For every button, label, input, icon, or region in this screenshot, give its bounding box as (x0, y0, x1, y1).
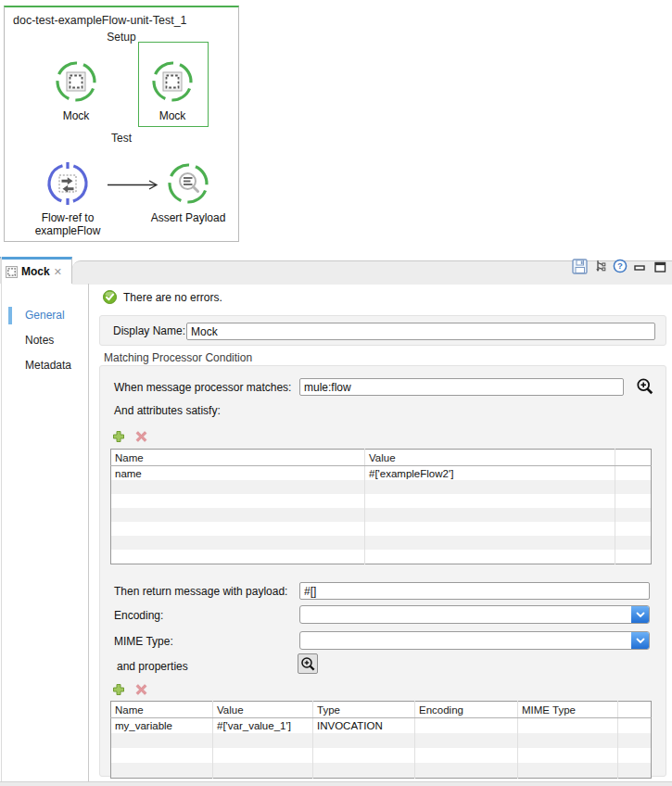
assert-payload-icon (166, 193, 210, 209)
table-cell[interactable] (313, 748, 415, 763)
table-cell[interactable] (111, 748, 213, 763)
active-tab-indicator (8, 307, 12, 324)
table-cell[interactable] (111, 733, 213, 748)
table-cell[interactable] (213, 733, 313, 748)
properties-search-button[interactable] (298, 653, 318, 674)
table-cell[interactable] (415, 733, 518, 748)
table-cell[interactable] (111, 763, 213, 779)
processor-matches-input[interactable] (299, 378, 624, 396)
table-row[interactable] (111, 536, 652, 550)
table-cell[interactable] (365, 536, 615, 550)
table-cell[interactable] (615, 508, 652, 522)
table-row[interactable] (111, 733, 652, 748)
table-cell[interactable] (518, 718, 618, 734)
encoding-label: Encoding: (114, 609, 163, 622)
table-cell[interactable] (615, 480, 652, 494)
table-cell[interactable] (615, 536, 652, 550)
payload-input[interactable] (299, 582, 650, 600)
table-cell[interactable] (313, 763, 415, 779)
table-cell[interactable] (618, 733, 652, 748)
table-cell[interactable] (415, 718, 518, 734)
table-cell[interactable] (111, 508, 365, 522)
mock-node-2[interactable] (150, 59, 195, 104)
table-row[interactable] (111, 522, 652, 536)
table-row[interactable] (111, 550, 652, 564)
table-cell[interactable] (615, 466, 652, 481)
table-cell[interactable] (213, 763, 313, 779)
mime-type-select[interactable] (299, 631, 650, 650)
display-name-input[interactable] (186, 323, 655, 340)
section-title: Matching Processor Condition (104, 351, 252, 364)
table-cell[interactable] (365, 550, 615, 564)
add-attribute-icon[interactable] (111, 429, 126, 448)
column-header: Encoding (415, 702, 518, 718)
assert-payload-node[interactable] (166, 161, 210, 206)
table-cell[interactable] (618, 748, 652, 763)
no-errors-check-icon (103, 290, 117, 308)
sidebar-item-notes[interactable]: Notes (25, 334, 54, 347)
save-icon[interactable] (572, 259, 588, 278)
chevron-down-icon[interactable] (631, 606, 649, 623)
table-cell[interactable]: name (111, 466, 365, 481)
tab-mock[interactable]: Mock ✕ (0, 257, 72, 284)
flow-tree-icon[interactable] (593, 259, 608, 277)
tab-label: Mock (21, 265, 50, 278)
table-cell[interactable] (618, 763, 652, 779)
minimize-icon[interactable] (634, 260, 646, 277)
test-lane-label: Test (5, 132, 238, 145)
table-cell[interactable]: INVOCATION (313, 718, 415, 734)
column-header: Value (365, 450, 615, 466)
table-cell[interactable] (518, 733, 618, 748)
sidebar-divider (88, 284, 89, 781)
table-cell[interactable] (615, 522, 652, 536)
tab-close-icon[interactable]: ✕ (54, 266, 62, 278)
help-icon[interactable]: ? (613, 259, 628, 277)
flow-ref-node[interactable] (45, 161, 90, 206)
table-cell[interactable] (365, 480, 615, 494)
table-row[interactable] (111, 508, 652, 522)
table-row[interactable]: my_variable#['var_value_1']INVOCATION (111, 718, 652, 734)
table-cell[interactable] (615, 550, 652, 564)
table-row[interactable] (111, 494, 652, 508)
sidebar-item-metadata[interactable]: Metadata (25, 359, 71, 372)
mime-type-label: MIME Type: (114, 635, 173, 648)
table-row[interactable]: name#['exampleFlow2'] (111, 466, 652, 481)
table-row[interactable] (111, 748, 652, 763)
column-header: Name (111, 450, 365, 466)
add-property-icon[interactable] (111, 682, 126, 701)
table-cell[interactable] (518, 748, 618, 763)
table-cell[interactable] (518, 763, 618, 779)
table-cell[interactable] (111, 550, 365, 564)
delete-property-icon[interactable] (134, 683, 148, 700)
table-cell[interactable] (415, 748, 518, 763)
sidebar-item-general[interactable]: General (25, 309, 65, 322)
table-cell[interactable]: my_variable (111, 718, 213, 734)
table-cell[interactable] (213, 748, 313, 763)
test-flow-title: doc-test-exampleFlow-unit-Test_1 (13, 14, 187, 27)
table-cell[interactable] (313, 733, 415, 748)
table-cell[interactable] (111, 494, 365, 508)
delete-attribute-icon[interactable] (134, 430, 148, 447)
mock-node-1[interactable] (54, 59, 98, 104)
table-cell[interactable] (615, 494, 652, 508)
maximize-icon[interactable] (654, 260, 666, 276)
table-cell[interactable] (618, 718, 652, 734)
expression-search-icon[interactable] (636, 377, 654, 399)
table-cell[interactable] (415, 763, 518, 779)
table-cell[interactable] (365, 522, 615, 536)
and-properties-label: and properties (117, 660, 188, 673)
table-cell[interactable] (111, 536, 365, 550)
encoding-select[interactable] (299, 605, 650, 624)
table-row[interactable] (111, 480, 652, 494)
flow-canvas: doc-test-exampleFlow-unit-Test_1 Setup M… (4, 6, 239, 242)
table-cell[interactable] (365, 508, 615, 522)
table-cell[interactable]: #['var_value_1'] (213, 718, 313, 734)
table-row[interactable] (111, 763, 652, 779)
processor-matches-label: When message processor matches: (114, 381, 291, 394)
chevron-down-icon[interactable] (631, 632, 649, 649)
assert-payload-node-label: Assert Payload (144, 211, 233, 224)
table-cell[interactable] (111, 522, 365, 536)
table-cell[interactable]: #['exampleFlow2'] (365, 466, 615, 481)
table-cell[interactable] (365, 494, 615, 508)
table-cell[interactable] (111, 480, 365, 494)
